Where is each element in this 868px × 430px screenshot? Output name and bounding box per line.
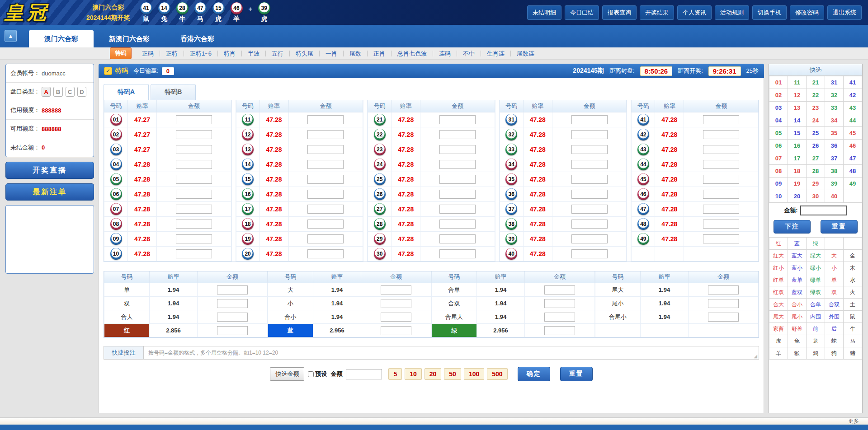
quick-option[interactable]: 红小: [769, 262, 788, 274]
quick-number[interactable]: 04: [769, 114, 788, 127]
quick-number[interactable]: 09: [769, 178, 788, 190]
bet-amount-input[interactable]: [381, 299, 411, 308]
quick-bet-hint[interactable]: 按号码=金额的格式，多个用空格分隔。如1=10 12=20: [144, 349, 278, 357]
bet-amount-input[interactable]: [307, 205, 344, 214]
quick-option[interactable]: 合双: [825, 299, 844, 311]
plate-option[interactable]: A: [42, 87, 51, 97]
quick-number[interactable]: 28: [807, 165, 825, 178]
quick-number[interactable]: 02: [769, 89, 788, 102]
bet-amount-input[interactable]: [703, 145, 739, 154]
quick-number[interactable]: 16: [788, 140, 807, 152]
lottery-tab[interactable]: 香港六合彩: [165, 30, 230, 47]
bet-amount-input[interactable]: [307, 249, 344, 258]
amount-preset-button[interactable]: 100: [464, 368, 484, 380]
top-menu-item[interactable]: 修改密码: [790, 5, 824, 20]
quick-number[interactable]: 25: [807, 127, 825, 140]
bet-type-item[interactable]: 正特1~6: [184, 51, 218, 56]
bet-amount-input[interactable]: [176, 115, 212, 124]
bet-amount-input[interactable]: [544, 285, 575, 294]
quick-option[interactable]: 金: [844, 250, 862, 262]
quick-option[interactable]: 绿单: [807, 274, 825, 286]
quick-number[interactable]: 23: [807, 102, 825, 114]
bet-amount-input[interactable]: [439, 115, 476, 124]
quick-number[interactable]: 33: [825, 102, 844, 114]
quick-number[interactable]: 08: [769, 165, 788, 178]
collapse-arrow-icon[interactable]: ▲: [5, 30, 17, 42]
quick-number[interactable]: 06: [769, 140, 788, 152]
quick-number[interactable]: 43: [844, 102, 862, 114]
bet-type-item[interactable]: 正码: [136, 51, 160, 56]
top-menu-item[interactable]: 退出系统: [827, 5, 862, 20]
quick-option[interactable]: 后: [825, 323, 844, 335]
quick-option[interactable]: 尾大: [769, 311, 788, 323]
bet-amount-input[interactable]: [439, 234, 476, 243]
bet-amount-input[interactable]: [703, 205, 739, 214]
quick-number[interactable]: 27: [807, 152, 825, 165]
quick-number[interactable]: 49: [844, 178, 862, 190]
quick-option[interactable]: 绿双: [807, 286, 825, 299]
bet-amount-input[interactable]: [307, 160, 344, 169]
lottery-tab[interactable]: 澳门六合彩: [29, 30, 94, 47]
quick-option[interactable]: 虎: [769, 335, 788, 347]
bet-amount-input[interactable]: [571, 234, 608, 243]
quick-option[interactable]: 猪: [844, 347, 862, 360]
quick-option[interactable]: 野兽: [788, 323, 807, 335]
quick-option[interactable]: 小: [825, 262, 844, 274]
bet-amount-input[interactable]: [217, 285, 248, 294]
confirm-button[interactable]: 确定: [518, 367, 550, 381]
quick-number[interactable]: 17: [788, 152, 807, 165]
bet-amount-input[interactable]: [439, 220, 476, 229]
bet-amount-input[interactable]: [439, 205, 476, 214]
quick-number[interactable]: 01: [769, 76, 788, 89]
quick-number[interactable]: 13: [788, 102, 807, 114]
quick-option[interactable]: 绿大: [807, 250, 825, 262]
quick-number[interactable]: 19: [788, 178, 807, 190]
quick-option[interactable]: 蛇: [825, 335, 844, 347]
quick-option[interactable]: 合大: [769, 299, 788, 311]
bet-amount-input[interactable]: [307, 175, 344, 184]
bet-amount-input[interactable]: [703, 190, 739, 199]
quick-number[interactable]: 15: [788, 127, 807, 140]
bet-amount-input[interactable]: [571, 249, 608, 258]
bet-amount-input[interactable]: [307, 190, 344, 199]
bet-amount-input[interactable]: [176, 234, 212, 243]
quick-number[interactable]: 39: [825, 178, 844, 190]
bet-amount-input[interactable]: [176, 249, 212, 258]
amount-preset-button[interactable]: 500: [487, 368, 507, 380]
bet-amount-input[interactable]: [703, 220, 739, 229]
bet-amount-input[interactable]: [571, 220, 608, 229]
quick-number[interactable]: 24: [807, 114, 825, 127]
bet-amount-input[interactable]: [571, 130, 608, 139]
plate-option[interactable]: D: [77, 87, 86, 97]
bet-type-item[interactable]: 正特: [160, 51, 184, 56]
quick-number[interactable]: 42: [844, 89, 862, 102]
bet-amount-input[interactable]: [708, 299, 739, 308]
quick-number[interactable]: 12: [788, 89, 807, 102]
quick-option[interactable]: 鸡: [807, 347, 825, 360]
bet-amount-input[interactable]: [176, 190, 212, 199]
quick-option[interactable]: 家畜: [769, 323, 788, 335]
quick-number[interactable]: 21: [807, 76, 825, 89]
quick-option[interactable]: 双: [825, 286, 844, 299]
bet-amount-input[interactable]: [703, 130, 739, 139]
bet-amount-input[interactable]: [381, 313, 411, 322]
bet-amount-input[interactable]: [703, 175, 739, 184]
place-bet-button[interactable]: 下注: [774, 220, 811, 234]
bet-amount-input[interactable]: [571, 175, 608, 184]
quick-pick-amount-input[interactable]: [800, 206, 847, 215]
quick-option[interactable]: 红单: [769, 274, 788, 286]
quick-option[interactable]: 牛: [844, 323, 862, 335]
quick-number[interactable]: 03: [769, 102, 788, 114]
bet-amount-input[interactable]: [571, 205, 608, 214]
bet-type-item[interactable]: 正肖: [368, 51, 392, 56]
quick-option[interactable]: 猴: [788, 347, 807, 360]
bet-amount-input[interactable]: [703, 115, 739, 124]
bet-amount-input[interactable]: [176, 160, 212, 169]
top-menu-item[interactable]: 报表查询: [602, 5, 637, 20]
quick-option[interactable]: 绿: [807, 238, 825, 250]
top-menu-item[interactable]: 今日已结: [565, 5, 599, 20]
bet-amount-input[interactable]: [217, 313, 248, 322]
preset-checkbox[interactable]: [308, 371, 314, 377]
bet-amount-input[interactable]: [307, 234, 344, 243]
bet-amount-input[interactable]: [571, 160, 608, 169]
